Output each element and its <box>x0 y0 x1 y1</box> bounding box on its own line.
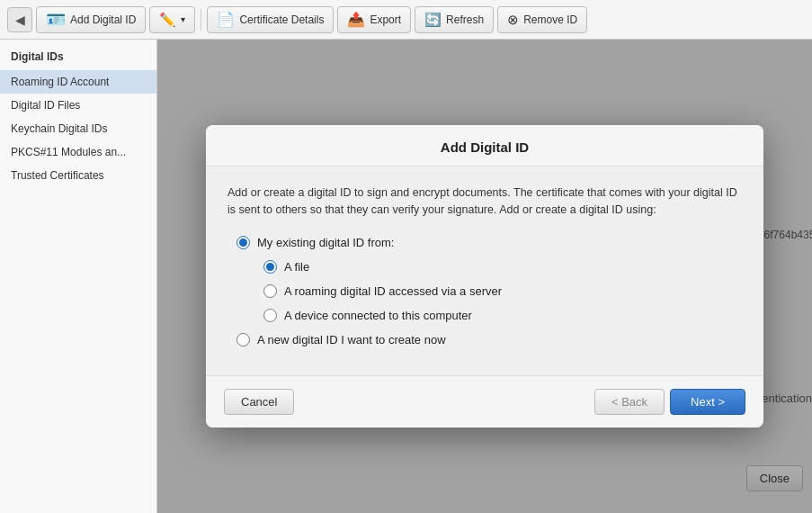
radio-group-main: My existing digital ID from: A file <box>236 236 742 346</box>
sidebar: Digital IDs Roaming ID Account Digital I… <box>0 40 157 513</box>
sidebar-item-roaming-id-account[interactable]: Roaming ID Account <box>0 70 156 94</box>
sidebar-item-trusted-certificates[interactable]: Trusted Certificates <box>0 164 156 187</box>
cancel-button[interactable]: Cancel <box>224 389 294 415</box>
sidebar-item-keychain-digital-ids[interactable]: Keychain Digital IDs <box>0 117 156 140</box>
option-existing-label: My existing digital ID from: <box>257 236 394 249</box>
edit-button[interactable]: ✏️ ▾ <box>149 6 195 33</box>
add-digital-id-dialog: Add Digital ID Add or create a digital I… <box>206 125 763 428</box>
option-file[interactable]: A file <box>263 260 742 274</box>
radio-new[interactable] <box>236 333 250 346</box>
refresh-button[interactable]: 🔄 Refresh <box>415 6 494 33</box>
option-roaming[interactable]: A roaming digital ID accessed via a serv… <box>263 284 742 298</box>
dialog-footer: Cancel < Back Next > <box>206 375 763 428</box>
option-new-label: A new digital ID I want to create now <box>257 333 446 346</box>
option-device-label: A device connected to this computer <box>284 309 472 322</box>
dialog-title: Add Digital ID <box>206 125 763 166</box>
toolbar-back-button[interactable]: ◀ <box>7 7 32 32</box>
option-file-label: A file <box>284 260 309 274</box>
certificate-icon: 📄 <box>217 11 235 28</box>
dialog-description: Add or create a digital ID to sign and e… <box>228 184 742 219</box>
radio-roaming[interactable] <box>263 284 277 298</box>
dialog-body: Add or create a digital ID to sign and e… <box>206 166 763 376</box>
radio-subgroup: A file A roaming digital ID accessed via… <box>263 260 742 322</box>
edit-icon: ✏️ <box>159 12 176 28</box>
radio-device[interactable] <box>263 309 277 322</box>
remove-id-label: Remove ID <box>523 14 577 26</box>
certificate-details-button[interactable]: 📄 Certificate Details <box>207 6 334 33</box>
certificate-details-label: Certificate Details <box>239 14 324 26</box>
option-device[interactable]: A device connected to this computer <box>263 309 742 322</box>
footer-nav: < Back Next > <box>594 389 745 415</box>
back-button[interactable]: < Back <box>594 389 665 415</box>
app-container: ◀ 🪪 Add Digital ID ✏️ ▾ 📄 Certificate De… <box>0 0 812 513</box>
toolbar: ◀ 🪪 Add Digital ID ✏️ ▾ 📄 Certificate De… <box>0 0 812 40</box>
next-button[interactable]: Next > <box>670 389 745 415</box>
add-id-icon: 🪪 <box>46 10 66 30</box>
add-digital-id-button[interactable]: 🪪 Add Digital ID <box>36 6 146 33</box>
sidebar-item-pkcs11-modules[interactable]: PKCS#11 Modules an... <box>0 140 156 164</box>
radio-file[interactable] <box>263 260 277 274</box>
edit-dropdown-arrow: ▾ <box>181 14 185 24</box>
option-new[interactable]: A new digital ID I want to create now <box>236 333 742 346</box>
option-roaming-label: A roaming digital ID accessed via a serv… <box>284 284 502 298</box>
export-button[interactable]: 📤 Export <box>337 6 411 33</box>
main-panel: 56f764b4359 nentication Add Digital ID A… <box>157 40 812 513</box>
remove-id-button[interactable]: ⊗ Remove ID <box>497 6 587 33</box>
add-digital-id-label: Add Digital ID <box>70 14 136 26</box>
export-label: Export <box>370 14 401 26</box>
sidebar-header: Digital IDs <box>0 47 156 70</box>
remove-icon: ⊗ <box>507 12 519 28</box>
option-existing[interactable]: My existing digital ID from: <box>236 236 742 249</box>
radio-existing[interactable] <box>236 236 250 249</box>
refresh-icon: 🔄 <box>424 12 442 28</box>
sidebar-item-digital-id-files[interactable]: Digital ID Files <box>0 94 156 117</box>
modal-overlay: Add Digital ID Add or create a digital I… <box>157 40 812 513</box>
refresh-label: Refresh <box>446 14 484 26</box>
content-area: Digital IDs Roaming ID Account Digital I… <box>0 40 812 513</box>
toolbar-divider-1 <box>201 9 201 31</box>
export-icon: 📤 <box>347 11 365 28</box>
